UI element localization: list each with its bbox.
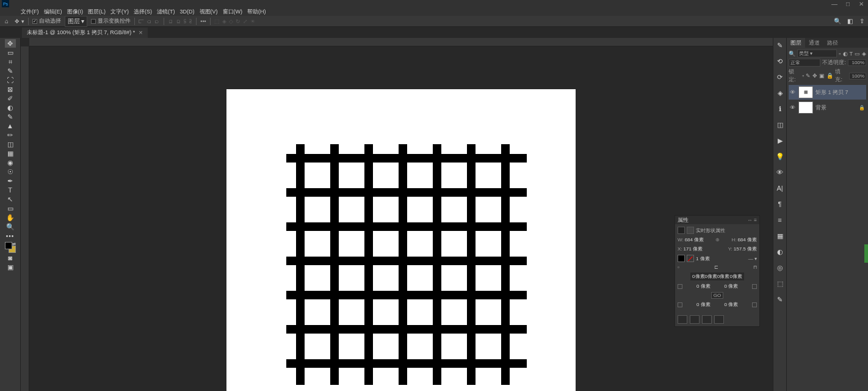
- play-icon[interactable]: ▶: [775, 136, 785, 145]
- 3d-icon[interactable]: ◇: [229, 18, 233, 24]
- layers-tab[interactable]: 图层: [787, 38, 805, 48]
- auto-select-mode[interactable]: 图层 ▾: [65, 16, 88, 27]
- history-panel-icon[interactable]: ⟲: [775, 56, 785, 66]
- close-button[interactable]: ✕: [855, 0, 868, 7]
- lock-artboard-icon[interactable]: ▣: [819, 73, 825, 79]
- healing-tool[interactable]: ◐: [5, 103, 16, 112]
- opacity-input[interactable]: 100%: [848, 59, 866, 66]
- height-field[interactable]: H:684 像素: [731, 236, 757, 243]
- zoom-tool[interactable]: 🔍: [5, 222, 16, 231]
- blur-tool[interactable]: ◉: [5, 158, 16, 167]
- glyphs-panel-icon[interactable]: ≡: [775, 215, 785, 225]
- libraries-panel-icon[interactable]: ◎: [775, 263, 785, 272]
- path-select-tool[interactable]: ↖: [5, 195, 16, 203]
- move-tool-icon[interactable]: ✥ ▾: [15, 18, 24, 24]
- 3d-icon[interactable]: ☀: [250, 18, 255, 24]
- eyedropper-tool[interactable]: ✐: [5, 94, 16, 103]
- pen-tool[interactable]: ✒: [5, 177, 16, 185]
- home-button[interactable]: ⌂: [2, 17, 11, 26]
- y-field[interactable]: Y:157.5 像素: [728, 246, 757, 252]
- layer-name[interactable]: 背景: [816, 104, 826, 112]
- filter-type-select[interactable]: 类型 ▾: [797, 49, 837, 57]
- menu-help[interactable]: 帮助(H): [245, 7, 269, 16]
- path-op-icon[interactable]: [690, 315, 700, 324]
- search-icon[interactable]: 🔍: [834, 18, 841, 25]
- edit-toolbar[interactable]: •••: [5, 232, 16, 240]
- 3d-icon[interactable]: ⤢: [243, 18, 248, 24]
- filter-smart-icon[interactable]: ◈: [862, 51, 866, 57]
- stroke-cap-icon[interactable]: ⊏: [714, 265, 718, 270]
- document-tab[interactable]: 未标题-1 @ 100% (矩形 1 拷贝 7, RGB/8#) * ×: [22, 27, 148, 38]
- align-center-icon[interactable]: ⫏: [146, 18, 152, 24]
- 3d-icon[interactable]: ⬚: [214, 18, 220, 24]
- blend-mode-select[interactable]: 正常: [789, 59, 820, 67]
- minimize-button[interactable]: —: [828, 0, 841, 7]
- path-op-icon[interactable]: [702, 315, 712, 324]
- panel-menu-icon[interactable]: ≡: [754, 217, 757, 223]
- link-wh-icon[interactable]: ⊕: [715, 237, 720, 243]
- rectangle-tool[interactable]: ▭: [5, 204, 16, 213]
- foreground-color[interactable]: [5, 242, 12, 249]
- eye-icon[interactable]: 👁: [775, 167, 785, 177]
- menu-layer[interactable]: 图层(L): [85, 7, 108, 16]
- quick-select-tool[interactable]: ✎: [5, 67, 16, 75]
- ruler-horizontal[interactable]: [29, 38, 773, 46]
- stroke-color-swatch[interactable]: [687, 255, 694, 262]
- auto-select-checkbox[interactable]: [32, 19, 37, 24]
- menu-view[interactable]: 视图(V): [197, 7, 220, 16]
- filter-pixel-icon[interactable]: ▫: [839, 51, 841, 57]
- width-field[interactable]: W:684 像素: [678, 236, 704, 243]
- lock-all-icon[interactable]: 🔒: [826, 73, 833, 79]
- type-tool[interactable]: T: [5, 186, 16, 194]
- marquee-tool[interactable]: ▭: [5, 48, 16, 57]
- show-transform-checkbox[interactable]: [91, 19, 96, 24]
- properties-header[interactable]: 属性 ↔ ≡: [675, 216, 759, 224]
- ruler-vertical[interactable]: [21, 46, 29, 391]
- navigator-panel-icon[interactable]: ◈: [775, 88, 785, 98]
- 3d-icon[interactable]: ↻: [236, 18, 241, 24]
- filter-type-icon[interactable]: T: [850, 51, 853, 57]
- stroke-width-field[interactable]: 1 像素: [696, 255, 710, 262]
- styles-panel-icon[interactable]: ▦: [775, 231, 785, 241]
- menu-window[interactable]: 窗口(W): [220, 7, 245, 16]
- layer-item[interactable]: 👁 背景 🔒: [789, 100, 866, 115]
- tab-close-icon[interactable]: ×: [139, 29, 142, 36]
- quick-mask-tool[interactable]: ◙: [5, 254, 16, 262]
- color-swatch[interactable]: ⇄: [5, 242, 16, 253]
- fill-input[interactable]: 100%: [849, 73, 866, 79]
- layer-thumbnail[interactable]: ▦: [798, 86, 813, 98]
- swatches-panel-icon[interactable]: ◫: [775, 120, 785, 130]
- stroke-align-icon[interactable]: ▫: [678, 265, 679, 270]
- menu-3d[interactable]: 3D(D): [178, 7, 197, 16]
- visibility-toggle[interactable]: 👁: [790, 104, 796, 111]
- lock-position-icon[interactable]: ✥: [812, 73, 817, 79]
- maximize-button[interactable]: □: [841, 0, 855, 7]
- move-tool[interactable]: ✥: [5, 39, 16, 48]
- swap-colors-icon[interactable]: ⇄: [12, 242, 16, 247]
- hand-tool[interactable]: ✋: [5, 213, 16, 222]
- layer-thumbnail[interactable]: [798, 101, 813, 114]
- x-field[interactable]: X:171 像素: [678, 246, 703, 252]
- stroke-join-icon[interactable]: ⊓: [753, 265, 757, 270]
- more-align-icon[interactable]: •••: [200, 18, 206, 24]
- gradient-tool[interactable]: ▦: [5, 149, 16, 158]
- lock-pixels-icon[interactable]: ✎: [806, 73, 811, 79]
- auto-select-option[interactable]: 自动选择: [32, 17, 61, 25]
- paragraph-panel-icon[interactable]: ¶: [775, 199, 785, 209]
- filter-shape-icon[interactable]: ▭: [855, 51, 860, 57]
- stroke-style-select[interactable]: — ▾: [748, 256, 757, 261]
- corner-tr-check[interactable]: [752, 284, 757, 289]
- lock-icon[interactable]: 🔒: [859, 105, 865, 111]
- dist-vcenter-icon[interactable]: ⫒: [176, 18, 181, 24]
- visibility-toggle[interactable]: 👁: [790, 89, 796, 95]
- dist-top-icon[interactable]: ⫑: [168, 18, 173, 24]
- learn-panel-icon[interactable]: ✎: [775, 294, 785, 304]
- show-transform-option[interactable]: 显示变换控件: [91, 17, 131, 25]
- workspace-icon[interactable]: ◧: [846, 18, 853, 25]
- paths-tab[interactable]: 路径: [823, 38, 842, 48]
- adjustments-panel-icon[interactable]: ◐: [775, 247, 785, 257]
- frame-tool[interactable]: ⊠: [5, 85, 16, 93]
- menu-filter[interactable]: 滤镜(T): [154, 7, 178, 16]
- path-op-icon[interactable]: [714, 315, 724, 324]
- channels-tab[interactable]: 通道: [805, 38, 823, 48]
